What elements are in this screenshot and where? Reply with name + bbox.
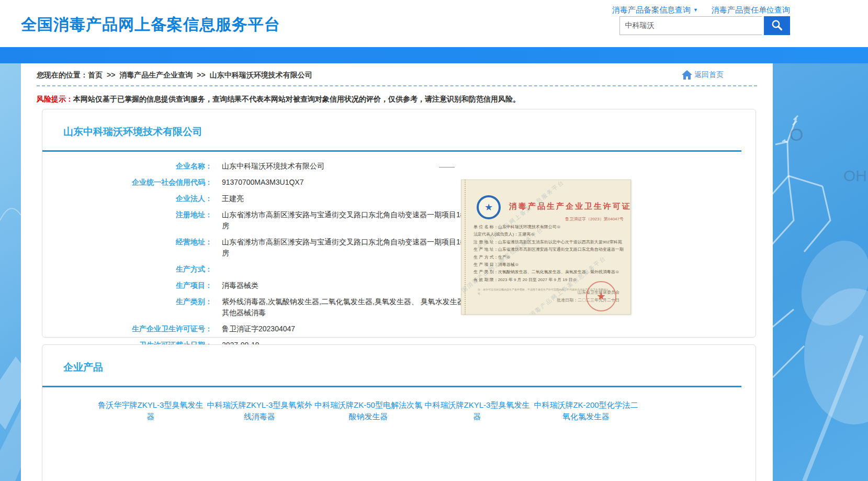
field-row: 企业名称： 山东中科瑞沃环境技术有限公司 (42, 161, 492, 172)
field-value: 王建亮 (222, 193, 244, 204)
breadcrumb-current: 山东中科瑞沃环境技术有限公司 (210, 71, 312, 79)
main-content: 您现在的位置：首页>>消毒产品生产企业查询>>山东中科瑞沃环境技术有限公司 返回… (21, 63, 773, 481)
risk-notice-text: 本网站仅基于已掌握的信息提供查询服务，查询结果不代表本网站对被查询对象信用状况的… (73, 95, 520, 103)
svg-text:OH: OH (843, 167, 867, 184)
field-label: 经营地址： (42, 237, 212, 259)
section-rule (42, 150, 741, 152)
image-placeholder-dash (439, 167, 455, 167)
nav-record-info-query[interactable]: 消毒产品备案信息查询▼ (612, 5, 698, 14)
product-list: 鲁沃华宇牌ZKYL-3型臭氧发生器中科瑞沃牌ZKYL-3型臭氧紫外线消毒器中科瑞… (97, 399, 672, 422)
field-row: 生产类别： 紫外线消毒器,次氯酸钠发生器,二氧化氯发生器,臭氧发生器、 臭氧水发… (42, 296, 492, 318)
field-label: 企业法人： (42, 193, 212, 204)
product-link[interactable]: 中科瑞沃牌ZK-200型化学法二氧化氯发生器 (532, 399, 640, 422)
field-label: 注册地址： (42, 209, 212, 231)
field-label: 生产方式： (42, 264, 212, 275)
products-section-title: 企业产品 (63, 361, 103, 374)
company-name-title: 山东中科瑞沃环境技术有限公司 (63, 125, 202, 139)
certificate-row: 注 册 地 址：山东省潍坊高新区玉清东街以北中心次干道以西高新大厦902室科苑 (474, 239, 627, 246)
product-link[interactable]: 鲁沃华宇牌ZKYL-3型臭氧发生器 (97, 399, 205, 422)
field-row: 生产方式： (42, 264, 492, 275)
breadcrumb-separator: >> (197, 71, 205, 79)
product-link[interactable]: 中科瑞沃牌ZKYL-3型臭氧紫外线消毒器 (206, 399, 313, 422)
field-label: 生产项目： (42, 280, 212, 291)
certificate-title: 消毒产品生产企业卫生许可证 (509, 202, 631, 211)
product-link[interactable]: 中科瑞沃牌ZKYL-3型臭氧发生器 (423, 399, 531, 422)
breadcrumb-prefix: 您现在的位置： (37, 71, 88, 79)
field-value: 鲁卫消证字202304047 (222, 323, 295, 334)
search-box (619, 16, 790, 35)
field-label: 企业名称： (42, 161, 212, 172)
field-label: 生产类别： (42, 296, 212, 318)
background-decoration-left (0, 63, 21, 481)
svg-text:O: O (790, 125, 803, 144)
field-row: 经营地址： 山东省潍坊市高新区潍安路与宝通街交叉路口东北角自动变速器一期项目1#… (42, 237, 492, 259)
top-nav: 消毒产品备案信息查询▼消毒产品责任单位查询 (612, 5, 790, 15)
breadcrumb-home[interactable]: 首页 (88, 71, 103, 79)
certificate-number: 鲁卫消证字（2023）第04047号 (565, 216, 624, 222)
page-header: 全国消毒产品网上备案信息服务平台 消毒产品备案信息查询▼消毒产品责任单位查询 (0, 0, 868, 47)
certificate-emblem-icon: ★ (477, 195, 501, 219)
breadcrumb-separator: >> (107, 71, 115, 79)
search-input[interactable] (619, 16, 762, 35)
field-row: 生产企业卫生许可证号： 鲁卫消证字202304047 (42, 323, 492, 334)
field-row: 企业统一社会信用代码： 91370700MA3M3U1QX7 (42, 177, 492, 188)
field-row: 企业法人： 王建亮 (42, 193, 492, 204)
company-products-card: 企业产品 鲁沃华宇牌ZKYL-3型臭氧发生器中科瑞沃牌ZKYL-3型臭氧紫外线消… (42, 344, 756, 481)
certificate-row: 生 产 方 式：生产※ (474, 254, 627, 261)
section-rule (42, 386, 741, 387)
dashed-divider (37, 85, 757, 86)
certificate-row: 生 产 类 别：次氯酸钠发生器、二氧化氯发生器、臭氧发生器、紫外线消毒器※ (474, 269, 627, 276)
field-value: 山东省潍坊市高新区潍安路与宝通街交叉路口东北角自动变速器一期项目1#厂房 (222, 237, 473, 259)
field-value: 山东省潍坊市高新区潍安路与宝通街交叉路口东北角自动变速器一期项目1#厂房 (222, 209, 473, 231)
home-icon (681, 70, 693, 80)
field-value: 91370700MA3M3U1QX7 (222, 177, 303, 188)
certificate-rows: 单 位 名 称：山东中科瑞沃环境技术有限公司※法定代表人(或负责人)：王建亮※注… (474, 223, 627, 284)
field-row: 注册地址： 山东省潍坊市高新区潍安路与宝通街交叉路口东北角自动变速器一期项目1#… (42, 209, 492, 231)
breadcrumb: 您现在的位置：首页>>消毒产品生产企业查询>>山东中科瑞沃环境技术有限公司 (37, 71, 312, 80)
field-value: 紫外线消毒器,次氯酸钠发生器,二氧化氯发生器,臭氧发生器、 臭氧水发生器,其他器… (222, 296, 473, 318)
search-button[interactable] (764, 16, 790, 35)
site-title: 全国消毒产品网上备案信息服务平台 (21, 14, 280, 36)
background-decoration-right: O OH (773, 63, 868, 481)
risk-notice-label: 风险提示： (37, 95, 73, 103)
back-home-link[interactable]: 返回首页 (681, 70, 724, 80)
field-row: 生产项目： 消毒器械类 (42, 280, 492, 291)
field-label: 生产企业卫生许可证号： (42, 323, 212, 334)
chevron-down-icon: ▼ (693, 7, 698, 13)
header-band (0, 47, 868, 63)
field-label: 企业统一社会信用代码： (42, 177, 212, 188)
field-value: 消毒器械类 (222, 280, 258, 291)
search-icon (771, 19, 783, 33)
certificate-row: 生 产 项 目：消毒器械※ (474, 261, 627, 269)
certificate-row: 法定代表人(或负责人)：王建亮※ (474, 231, 627, 238)
field-value: 山东中科瑞沃环境技术有限公司 (222, 161, 324, 172)
breadcrumb-enterprise-query[interactable]: 消毒产品生产企业查询 (119, 71, 193, 79)
product-link[interactable]: 中科瑞沃牌ZK-50型电解法次氯酸钠发生器 (314, 399, 422, 422)
risk-notice: 风险提示：本网站仅基于已掌握的信息提供查询服务，查询结果不代表本网站对被查询对象… (37, 95, 520, 104)
certificate-row: 单 位 名 称：山东中科瑞沃环境技术有限公司※ (474, 223, 627, 231)
company-fields: 企业名称： 山东中科瑞沃环境技术有限公司 企业统一社会信用代码： 9137070… (42, 161, 492, 356)
hygiene-license-certificate-image[interactable]: 全国消毒产品网上备案信息服务平台 全国消毒产品网上备案信息服务平台 全国消毒产品… (461, 180, 631, 315)
certificate-row: 生 产 地 址：山东省潍坊市高新区潍安路与宝通街交叉路口东北角自动变速器一期 (474, 246, 627, 253)
certificate-seal-icon: ★ (586, 281, 616, 311)
nav-responsible-unit-query[interactable]: 消毒产品责任单位查询 (712, 5, 790, 14)
company-info-card: 山东中科瑞沃环境技术有限公司 企业名称： 山东中科瑞沃环境技术有限公司 企业统一… (42, 109, 756, 338)
